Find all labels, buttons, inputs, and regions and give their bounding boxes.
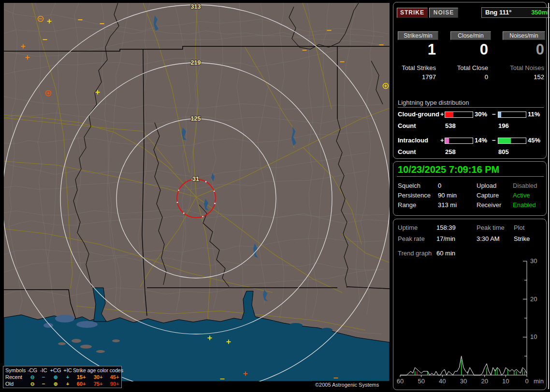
count-label: Count — [398, 122, 416, 129]
cloud-ground-row: Cloud-ground + 30% − 11% — [393, 111, 546, 118]
status-row: Persistence 90 min Capture Active — [393, 192, 546, 199]
trend-axis-labels: 6050403020100min102030 — [397, 257, 544, 385]
legend-header: +CG — [49, 367, 62, 374]
age-code: 30+ — [89, 374, 107, 380]
cg-plus-bar — [445, 112, 473, 118]
trend-graph-label: Trend graph — [398, 250, 432, 257]
strike-symbol-icon: ⊖ — [27, 374, 38, 380]
legend-header: -CG — [27, 367, 38, 374]
intracloud-label: Intracloud — [398, 137, 428, 144]
legend-header: +IC — [62, 367, 73, 374]
peak-rate-value: 17/min — [436, 235, 455, 242]
map-canvas: 31321912531 — [4, 3, 390, 381]
trend-graph: 6050403020100min102030 — [393, 256, 546, 389]
cg-plus-pct: 30% — [475, 111, 487, 118]
count-label: Count — [398, 148, 416, 155]
ring-label-31: 31 — [192, 176, 199, 182]
status-right-value-2: Enabled — [513, 201, 536, 209]
peak-time-value: 3:30 AM — [477, 235, 500, 242]
cg-minus-count: 196 — [498, 122, 509, 129]
age-code: 60+ — [73, 380, 89, 387]
bearing-range: 350mi — [531, 8, 549, 17]
svg-text:50: 50 — [418, 378, 424, 385]
intracloud-row: Intracloud + 14% − 45% — [393, 137, 546, 144]
counters-panel: STRIKE NOISE Bng 111° 350mi Strikes/min … — [393, 2, 547, 159]
legend-row-label: Old — [5, 380, 27, 387]
range-label: Range — [398, 201, 416, 209]
total-noises-label: Total Noises — [490, 64, 544, 71]
svg-text:40: 40 — [439, 378, 446, 385]
squelch-label: Squelch — [398, 182, 420, 189]
ic-plus-count: 258 — [445, 148, 456, 155]
bearing-label: Bng 111° — [485, 8, 511, 17]
close-per-min-header: Close/min — [450, 31, 491, 40]
cg-minus-pct: 11% — [528, 111, 540, 118]
cloud-ground-label: Cloud-ground — [398, 111, 439, 118]
close-rate: 0 — [446, 41, 488, 58]
svg-text:60: 60 — [397, 378, 404, 385]
strike-symbol-icon: ⊕ — [49, 380, 62, 387]
strikes-rate: 1 — [393, 41, 436, 58]
trend-axes — [400, 261, 527, 377]
plot-label: Plot — [514, 224, 524, 231]
distribution-title: Lightning type distribution — [398, 99, 469, 106]
noises-rate: 0 — [501, 41, 544, 58]
ic-plus-bar — [445, 138, 473, 144]
strike-symbol-icon: − — [38, 374, 49, 380]
minus-sign: − — [492, 137, 496, 144]
noise-button[interactable]: NOISE — [429, 8, 458, 18]
ring-label-313: 313 — [191, 3, 201, 10]
trend-panel: Uptime 158:39 Peak time Plot Peak rate 1… — [393, 219, 547, 390]
uptime-value: 158:39 — [436, 224, 456, 231]
svg-text:min: min — [534, 378, 544, 385]
app-window: 31321912531 Symbols-CG-IC+CG+ICStrike ag… — [0, 0, 550, 392]
svg-text:30: 30 — [460, 378, 467, 385]
map-legend: Symbols-CG-IC+CG+ICStrike age color code… — [3, 366, 122, 388]
persistence-label: Persistence — [398, 192, 431, 199]
cg-minus-bar — [498, 112, 526, 118]
plot-value: Strike — [514, 235, 530, 242]
legend-header-row: Symbols-CG-IC+CG+ICStrike age color code… — [5, 367, 121, 374]
range-value: 313 mi — [438, 201, 457, 209]
svg-text:10: 10 — [502, 378, 509, 385]
divider — [398, 107, 544, 108]
legend-row-recent: Recent⊖−⊕+15+30+45+ — [5, 374, 121, 380]
upload-label: Upload — [477, 182, 496, 189]
cloud-ground-count-row: Count 538 196 — [393, 122, 546, 130]
stats-row: Peak rate 17/min 3:30 AM Strike — [393, 235, 546, 243]
status-right-value-1: Active — [513, 192, 530, 199]
ic-minus-bar — [498, 138, 526, 144]
trend-series-cloud-ground — [415, 371, 523, 375]
receiver-label: Receiver — [477, 201, 501, 209]
trend-window-value: 60 min — [436, 250, 455, 257]
total-close-label: Total Close — [446, 64, 488, 71]
strike-symbol-icon: + — [62, 374, 73, 380]
status-panel: 10/23/2025 7:09:16 PM Squelch 0 Upload D… — [393, 161, 547, 216]
capture-label: Capture — [477, 192, 499, 199]
status-row: Squelch 0 Upload Disabled — [393, 182, 546, 190]
ic-plus-pct: 14% — [475, 137, 487, 144]
age-code: 15+ — [73, 374, 89, 380]
strike-symbol-icon: ⊖ — [27, 380, 38, 387]
ring-label-219: 219 — [191, 59, 201, 66]
strike-symbol-icon: − — [38, 380, 49, 387]
strike-button[interactable]: STRIKE — [397, 8, 428, 18]
strike-symbol-icon: + — [62, 380, 73, 387]
status-right-value-0: Disabled — [513, 182, 537, 189]
total-close-value: 0 — [446, 73, 488, 81]
age-code: 75+ — [89, 380, 107, 387]
minus-sign: − — [492, 111, 496, 118]
age-code: 45+ — [107, 374, 122, 380]
bearing-display: Bng 111° 350mi — [481, 7, 550, 18]
total-noises-value: 152 — [490, 73, 544, 81]
stats-row: Uptime 158:39 Peak time Plot — [393, 224, 546, 232]
lightning-map[interactable]: 31321912531 — [4, 3, 390, 381]
divider — [397, 176, 544, 177]
svg-text:20: 20 — [481, 378, 488, 385]
svg-text:20: 20 — [530, 295, 537, 303]
uptime-label: Uptime — [398, 224, 418, 231]
noises-per-min-header: Noises/min — [503, 31, 545, 40]
total-strikes-value: 1797 — [393, 73, 436, 81]
status-row: Range 313 mi Receiver Enabled — [393, 201, 546, 209]
ic-minus-pct: 45% — [528, 137, 540, 144]
